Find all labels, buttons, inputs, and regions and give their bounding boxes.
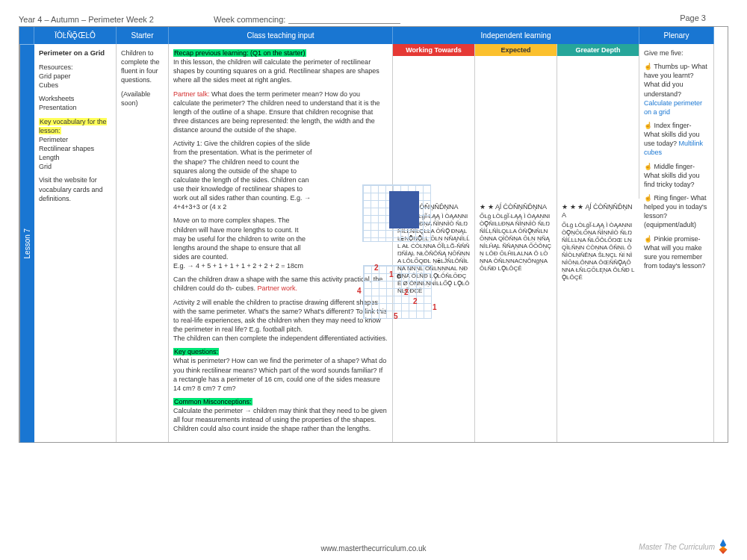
ex-header: Expected — [475, 44, 557, 56]
week-commencing-blank[interactable] — [288, 16, 400, 24]
teaching-input-cell: Recap previous learning: (Q1 on the star… — [169, 44, 393, 442]
gd-text: ŐĿĝ ĿÒĿĝĨ-ĿĄĄ Ì ÒĄAŅNIÒǪŅŌĿŐŅA ŇÌŅNÌÒ ŇĿ… — [562, 222, 635, 281]
misconceptions-label: Common Misconceptions: — [173, 398, 252, 405]
plenary-4: ☝ Ring finger- What helped you in today'… — [644, 193, 709, 230]
vocab-2: Rectilinear shapes — [39, 145, 94, 152]
starter-text: Children to complete the fluent in four … — [121, 49, 164, 85]
activity-2: Activity 2 will enable the children to p… — [173, 298, 388, 343]
vocab-4: Grid — [39, 163, 52, 170]
ex-text: ŐĿĝ ĿÒĿĝĨ-ĿĄĄ Ì ÒĄAŅNIÒǪŇIĿĿĐŅA ŇÌŅNÌÒ Ň… — [480, 213, 552, 273]
lesson-plan-page: Year 4 – Autumn – Perimeter Week 2 Week … — [0, 0, 747, 560]
s2-f: 2 — [413, 297, 418, 305]
ex-stars: ★ ★ Ąĺ ĊÒŇŅŇĎŅNA — [480, 203, 552, 211]
col-indep-header: Independent learning — [393, 27, 639, 44]
gd-body: ★ ★ ★ Ąĺ ĊÒŇŅŇĎŅNA ŐĿĝ ĿÒĿĝĨ-ĿĄĄ Ì ÒĄAŅN… — [557, 199, 639, 442]
misconceptions: Calculate the perimeter → children may t… — [173, 407, 387, 432]
key-questions: What is perimeter? How can we find the p… — [173, 357, 386, 391]
s2-b: 1 — [389, 270, 394, 279]
s2-g: 1 — [433, 303, 437, 311]
activity-1b: Move on to more complex shapes. The chil… — [173, 216, 311, 270]
resource-3: Worksheets — [39, 95, 74, 102]
vocab-label: Key vocabulary for the lesson: — [39, 118, 107, 134]
activity-1: Activity 1: Give the children copies of … — [173, 139, 315, 211]
col-lo-header: ÏÒĿŇǬŒĿÔ — [34, 27, 117, 44]
s2-d: 4 — [357, 287, 362, 295]
col-plenary-header: Plenary — [639, 27, 714, 44]
brand-text: Master The Curriculum — [639, 543, 715, 551]
plenary-3: ☝ Middle finger- What skills did you fin… — [644, 162, 709, 189]
blue-rectangle — [389, 191, 419, 228]
page-number: Page 3 — [680, 13, 706, 22]
partner-work-label: Partner work. — [258, 284, 298, 292]
working-towards-col: Working Towards — [393, 44, 475, 199]
intro-text: In this lesson, the children will calcul… — [173, 58, 379, 84]
plenary-lead: Give me five: — [644, 49, 709, 57]
lo-cell: Perimeter on a Grid Resources: Grid pape… — [34, 44, 117, 442]
starter-avail: (Available soon) — [121, 90, 164, 108]
s2-e: 2 — [404, 288, 409, 296]
recap-highlight: Recap previous learning: (Q1 on the star… — [173, 49, 306, 57]
brand-footer: Master The Curriculum — [639, 539, 728, 554]
brand-flame-icon — [718, 539, 728, 554]
grid-shape-2: 2 1 c 4 2 2 1 5 — [363, 265, 432, 319]
greater-depth-col: Greater Depth — [557, 44, 639, 199]
lesson-title: Perimeter on a Grid — [39, 49, 111, 58]
vocab-3: Length — [39, 154, 60, 161]
resource-2: Cubes — [39, 81, 58, 89]
resource-4: Presentation — [39, 104, 77, 111]
partner-talk-label: Partner talk: — [173, 90, 210, 98]
vocab-1: Perimeter — [39, 136, 68, 143]
plenary-cell: Give me five: ☝ Thumbs up- What have you… — [639, 44, 714, 442]
gd-header: Greater Depth — [557, 44, 639, 56]
key-questions-label: Key questions: — [173, 348, 219, 355]
s2-c: c — [397, 272, 401, 280]
resources-label: Resources: — [39, 63, 73, 71]
footer-url: www.masterthecurriculum.co.uk — [0, 544, 747, 553]
grid-shape-1 — [362, 184, 431, 242]
resource-1: Grid paper — [39, 72, 71, 80]
plenary-1-link: Calculate perimeter on a grid — [644, 99, 702, 116]
s2-a: 2 — [374, 264, 379, 272]
s2-h: 5 — [394, 312, 398, 320]
col-teach-header: Class teaching input — [169, 27, 393, 44]
col-blank — [19, 27, 34, 44]
starter-cell: Children to complete the fluent in four … — [117, 44, 169, 442]
lesson-number-tab: Lesson 7 — [19, 44, 34, 442]
page-header: Year 4 – Autumn – Perimeter Week 2 Week … — [19, 15, 728, 26]
week-commencing-label: Week commencing: — [214, 15, 285, 24]
vocab-tip: Visit the website for vocabulary cards a… — [39, 175, 111, 202]
col-starter-header: Starter — [117, 27, 169, 44]
wt-header: Working Towards — [393, 44, 474, 56]
plenary-5: ☝ Pinkie promise- What will you make sur… — [644, 234, 709, 271]
header-left: Year 4 – Autumn – Perimeter Week 2 — [19, 15, 154, 24]
gd-stars: ★ ★ ★ Ąĺ ĊÒŇŅŇĎŅNA — [562, 203, 635, 220]
plenary-1: ☝ Thumbs up- What have you learnt? What … — [644, 63, 707, 97]
ex-body: ★ ★ Ąĺ ĊÒŇŅŇĎŅNA ŐĿĝ ĿÒĿĝĨ-ĿĄĄ Ì ÒĄAŅNIÒ… — [475, 199, 557, 442]
expected-col: Expected — [475, 44, 557, 199]
